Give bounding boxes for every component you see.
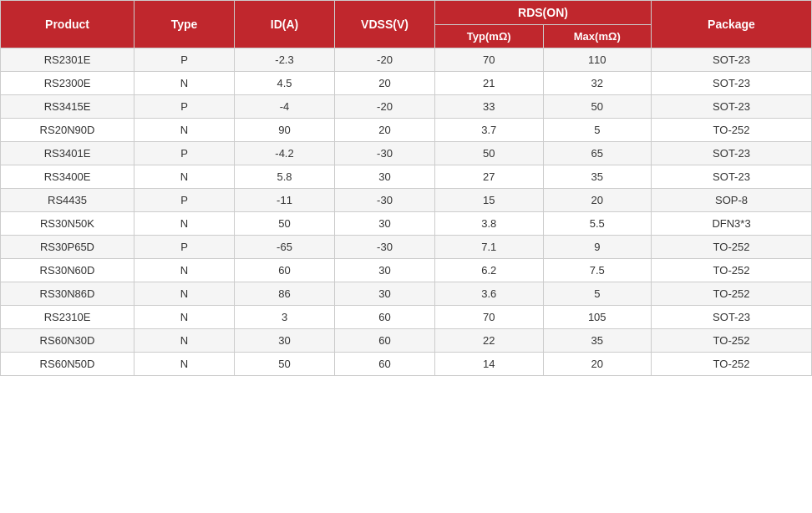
cell-max: 5 <box>543 282 652 306</box>
cell-package: TO-252 <box>652 259 812 282</box>
table-row: RS2301EP-2.3-2070110SOT-23 <box>1 48 812 72</box>
cell-package: TO-252 <box>652 119 812 142</box>
cell-vdss: 30 <box>335 165 435 189</box>
cell-product: RS30P65D <box>1 236 134 259</box>
header-type: Type <box>134 1 235 48</box>
table-row: RS30N60DN60306.27.5TO-252 <box>1 259 812 282</box>
cell-package: SOT-23 <box>652 95 812 119</box>
cell-type: N <box>134 119 235 142</box>
cell-typ: 21 <box>435 72 544 95</box>
cell-package: SOT-23 <box>652 165 812 189</box>
cell-max: 50 <box>543 95 652 119</box>
cell-package: SOP-8 <box>652 189 812 212</box>
cell-max: 35 <box>543 329 652 353</box>
cell-typ: 3.6 <box>435 282 544 306</box>
header-rds: RDS(ON) <box>435 1 652 25</box>
cell-product: RS3401E <box>1 142 134 165</box>
table-row: RS2310EN36070105SOT-23 <box>1 306 812 329</box>
cell-vdss: 20 <box>335 119 435 142</box>
cell-type: N <box>134 72 235 95</box>
cell-type: P <box>134 95 235 119</box>
cell-product: RS20N90D <box>1 119 134 142</box>
cell-id: 60 <box>235 259 335 282</box>
cell-type: N <box>134 306 235 329</box>
table-row: RS30N50KN50303.85.5DFN3*3 <box>1 212 812 236</box>
cell-type: P <box>134 189 235 212</box>
cell-id: 4.5 <box>235 72 335 95</box>
header-max: Max(mΩ) <box>543 25 652 48</box>
cell-id: -11 <box>235 189 335 212</box>
cell-package: TO-252 <box>652 236 812 259</box>
cell-type: N <box>134 353 235 376</box>
cell-type: N <box>134 329 235 353</box>
cell-product: RS60N50D <box>1 353 134 376</box>
cell-package: DFN3*3 <box>652 212 812 236</box>
cell-package: SOT-23 <box>652 142 812 165</box>
cell-vdss: -30 <box>335 142 435 165</box>
cell-vdss: 60 <box>335 353 435 376</box>
cell-typ: 7.1 <box>435 236 544 259</box>
table-row: RS20N90DN90203.75TO-252 <box>1 119 812 142</box>
cell-id: 86 <box>235 282 335 306</box>
table-row: RS4435P-11-301520SOP-8 <box>1 189 812 212</box>
cell-package: SOT-23 <box>652 48 812 72</box>
cell-product: RS30N50K <box>1 212 134 236</box>
table-row: RS2300EN4.5202132SOT-23 <box>1 72 812 95</box>
cell-vdss: 30 <box>335 212 435 236</box>
cell-vdss: 30 <box>335 282 435 306</box>
cell-type: P <box>134 142 235 165</box>
cell-product: RS2301E <box>1 48 134 72</box>
cell-product: RS2310E <box>1 306 134 329</box>
header-package: Package <box>652 1 812 48</box>
cell-typ: 22 <box>435 329 544 353</box>
cell-max: 9 <box>543 236 652 259</box>
cell-package: TO-252 <box>652 329 812 353</box>
product-table: Product Type ID(A) VDSS(V) RDS(ON) Packa… <box>0 0 812 376</box>
cell-type: N <box>134 259 235 282</box>
cell-product: RS2300E <box>1 72 134 95</box>
cell-typ: 50 <box>435 142 544 165</box>
cell-typ: 3.8 <box>435 212 544 236</box>
cell-vdss: 60 <box>335 306 435 329</box>
table-row: RS3401EP-4.2-305065SOT-23 <box>1 142 812 165</box>
cell-typ: 33 <box>435 95 544 119</box>
cell-max: 20 <box>543 189 652 212</box>
cell-max: 32 <box>543 72 652 95</box>
cell-id: 5.8 <box>235 165 335 189</box>
cell-max: 20 <box>543 353 652 376</box>
cell-package: TO-252 <box>652 353 812 376</box>
cell-id: -65 <box>235 236 335 259</box>
cell-package: TO-252 <box>652 282 812 306</box>
cell-id: -4 <box>235 95 335 119</box>
cell-product: RS3400E <box>1 165 134 189</box>
cell-max: 110 <box>543 48 652 72</box>
table-row: RS60N30DN30602235TO-252 <box>1 329 812 353</box>
cell-typ: 70 <box>435 48 544 72</box>
header-id: ID(A) <box>235 1 335 48</box>
cell-id: 90 <box>235 119 335 142</box>
cell-vdss: -20 <box>335 95 435 119</box>
cell-package: SOT-23 <box>652 72 812 95</box>
header-product: Product <box>1 1 134 48</box>
cell-max: 5 <box>543 119 652 142</box>
cell-typ: 3.7 <box>435 119 544 142</box>
cell-max: 105 <box>543 306 652 329</box>
cell-max: 65 <box>543 142 652 165</box>
table-row: RS3415EP-4-203350SOT-23 <box>1 95 812 119</box>
cell-vdss: 30 <box>335 259 435 282</box>
cell-typ: 14 <box>435 353 544 376</box>
cell-product: RS3415E <box>1 95 134 119</box>
cell-product: RS30N60D <box>1 259 134 282</box>
cell-typ: 27 <box>435 165 544 189</box>
cell-product: RS4435 <box>1 189 134 212</box>
cell-type: N <box>134 212 235 236</box>
cell-id: -2.3 <box>235 48 335 72</box>
cell-package: SOT-23 <box>652 306 812 329</box>
cell-vdss: -30 <box>335 236 435 259</box>
cell-type: P <box>134 48 235 72</box>
cell-id: -4.2 <box>235 142 335 165</box>
table-row: RS30N86DN86303.65TO-252 <box>1 282 812 306</box>
cell-vdss: -30 <box>335 189 435 212</box>
cell-vdss: 20 <box>335 72 435 95</box>
cell-typ: 15 <box>435 189 544 212</box>
